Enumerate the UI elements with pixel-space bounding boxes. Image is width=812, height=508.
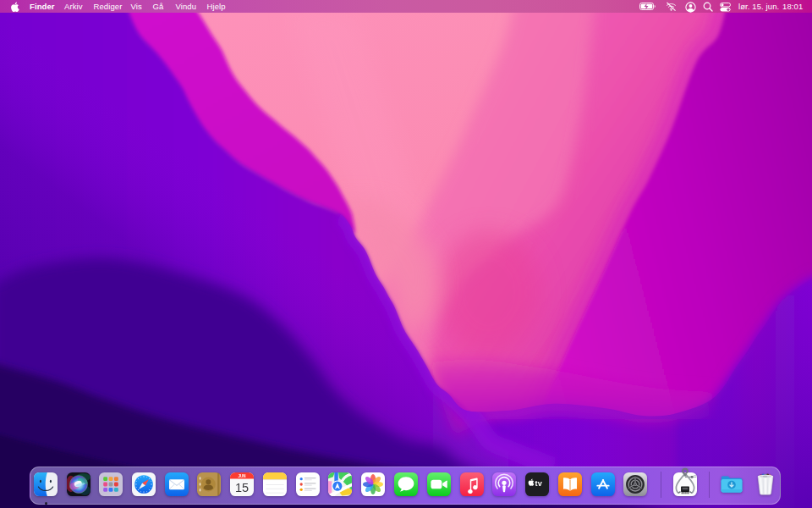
svg-text:JUN: JUN <box>239 474 246 478</box>
svg-text:tv: tv <box>535 479 543 488</box>
svg-text:15: 15 <box>235 481 249 494</box>
